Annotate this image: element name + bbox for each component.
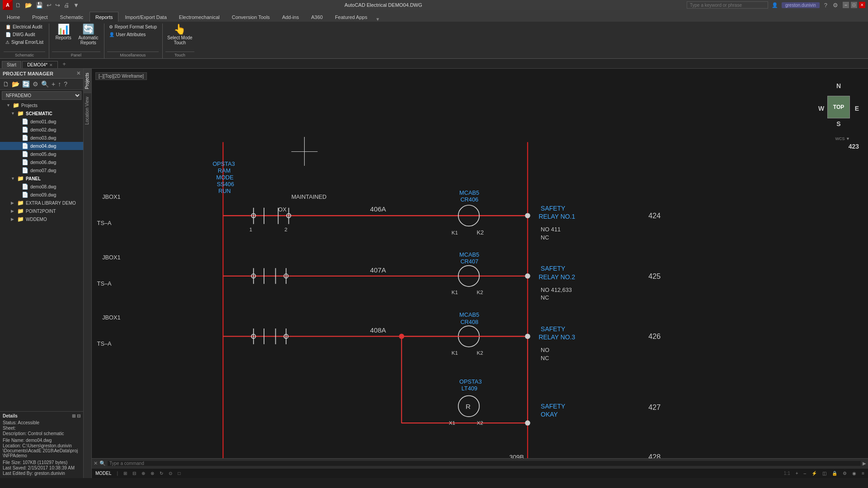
automatic-reports-button[interactable]: 🔄 AutomaticReports — [76, 23, 100, 46]
search-input[interactable] — [687, 1, 768, 9]
tree-schematic[interactable]: ▼ 📁 SCHEMATIC — [0, 109, 83, 117]
status-ui-lock[interactable]: 🔒 — [832, 471, 837, 476]
status-osnap[interactable]: ↻ — [160, 471, 163, 476]
help-icon[interactable]: ? — [823, 2, 828, 9]
tab-project[interactable]: Project — [26, 12, 53, 22]
reports-button[interactable]: 📊 Reports — [52, 23, 75, 41]
user-attributes-icon: 👤 — [109, 32, 114, 37]
tree-demo09[interactable]: 📄 demo09.dwg — [0, 191, 83, 199]
pm-close-icon[interactable]: ✕ — [76, 70, 80, 76]
pm-tool-properties[interactable]: ⚙ — [32, 80, 39, 88]
tab-start[interactable]: Start — [2, 61, 21, 68]
vtab-projects[interactable]: Projects — [84, 69, 91, 93]
status-polar[interactable]: ⊗ — [151, 471, 154, 476]
tab-a360[interactable]: A360 — [305, 12, 329, 22]
compass-east: E — [855, 105, 859, 112]
svg-text:X1: X1 — [449, 420, 455, 426]
tab-reports[interactable]: Reports — [90, 12, 119, 22]
svg-text:OPSTA3: OPSTA3 — [212, 160, 235, 167]
quick-access-undo[interactable]: ↩ — [46, 2, 52, 9]
status-zoom-in[interactable]: + — [796, 471, 798, 476]
svg-text:425: 425 — [648, 272, 660, 280]
user-attributes-button[interactable]: 👤 User Attributes — [107, 31, 159, 38]
tab-addins[interactable]: Add-ins — [276, 12, 305, 22]
status-grid-toggle[interactable]: ⊞ — [123, 471, 127, 476]
tree-demo03[interactable]: 📄 demo03.dwg — [0, 134, 83, 142]
svg-text:JBOX1: JBOX1 — [102, 254, 120, 261]
quick-access-redo[interactable]: ↪ — [54, 2, 61, 9]
cmd-search-icon[interactable]: 🔍 — [99, 460, 106, 466]
tab-featured[interactable]: Featured Apps — [329, 12, 373, 22]
tree-wddemo[interactable]: ▶ 📁 WDDEMO — [0, 215, 83, 223]
electrical-audit-button[interactable]: 📋 Electrical Audit — [4, 23, 45, 30]
status-props[interactable]: ≡ — [862, 471, 864, 476]
pm-tool-new[interactable]: 🗋 — [2, 80, 10, 88]
panel-group-items: 📊 Reports 🔄 AutomaticReports — [52, 23, 100, 51]
tree-demo02[interactable]: 📄 demo02.dwg — [0, 126, 83, 134]
status-hardware-accel[interactable]: ⚙ — [843, 471, 847, 476]
tree-demo07[interactable]: 📄 demo07.dwg — [0, 166, 83, 174]
vtab-location-view[interactable]: Location View — [84, 93, 91, 128]
tree-extra-library[interactable]: ▶ 📁 EXTRA LIBRARY DEMO — [0, 199, 83, 207]
ribbon-tabs: Home Project Schematic Reports Import/Ex… — [0, 10, 868, 22]
quick-access-print[interactable]: 🖨 — [63, 2, 71, 9]
quick-access-new[interactable]: 🗋 — [14, 2, 22, 9]
close-button[interactable]: ✕ — [859, 2, 865, 8]
details-controls[interactable]: ⊞ ⊟ — [72, 413, 80, 418]
nav-top-button[interactable]: TOP — [827, 96, 850, 118]
quick-access-save[interactable]: 💾 — [35, 2, 44, 9]
tab-electromechanical[interactable]: Electromechanical — [173, 12, 226, 22]
tree-demo08[interactable]: 📄 demo08.dwg — [0, 183, 83, 191]
status-ortho[interactable]: ⊕ — [142, 471, 145, 476]
status-isolate[interactable]: ◉ — [852, 471, 856, 476]
minimize-button[interactable]: – — [843, 2, 849, 8]
status-otrack[interactable]: ⊙ — [169, 471, 172, 476]
quick-access-extra[interactable]: ▼ — [72, 2, 80, 9]
dwg-audit-button[interactable]: 📄 DWG Audit — [4, 31, 45, 38]
tab-schematic[interactable]: Schematic — [54, 12, 89, 22]
pm-tool-open[interactable]: 📂 — [11, 80, 20, 88]
select-mode-touch-button[interactable]: 👆 Select ModeTouch — [165, 23, 194, 46]
new-tab-button[interactable]: + — [59, 60, 70, 68]
status-snap-toggle[interactable]: ⊟ — [132, 471, 136, 476]
status-bar: MODEL | ⊞ ⊟ ⊕ ⊗ ↻ ⊙ □ 1:1 + – ⚡ ◫ 🔒 ⚙ ◉ … — [92, 468, 868, 478]
settings-icon[interactable]: ⚙ — [832, 2, 839, 9]
status-annotations[interactable]: ⚡ — [811, 471, 817, 476]
svg-point-90 — [525, 273, 530, 279]
report-format-setup-button[interactable]: ⚙ Report Format Setup — [107, 23, 159, 30]
status-workspace[interactable]: ◫ — [822, 471, 826, 476]
svg-text:SAFETY: SAFETY — [541, 325, 565, 333]
pm-tool-refresh[interactable]: 🔄 — [21, 80, 31, 88]
status-zoom-out[interactable]: – — [804, 471, 807, 476]
tree-projects-label[interactable]: ▼ 📁 Projects — [0, 101, 83, 109]
maximize-button[interactable]: □ — [851, 2, 857, 8]
tree-panel[interactable]: ▼ 📁 PANEL — [0, 174, 83, 183]
tree-demo04[interactable]: 📄 demo04.dwg — [0, 142, 83, 150]
pm-tool-filter[interactable]: 🔍 — [40, 80, 50, 88]
tab-conversion[interactable]: Conversion Tools — [226, 12, 276, 22]
autocad-logo[interactable]: A — [3, 0, 13, 10]
close-tab-icon[interactable]: ✕ — [49, 63, 53, 67]
tab-home[interactable]: Home — [1, 12, 26, 22]
tree-demo05[interactable]: 📄 demo05.dwg — [0, 150, 83, 158]
tab-demo04[interactable]: DEMO04* ✕ — [22, 61, 58, 68]
quick-access-open[interactable]: 📂 — [24, 2, 33, 9]
misc-group-items: ⚙ Report Format Setup 👤 User Attributes — [107, 23, 159, 51]
tree-point2point[interactable]: ▶ 📁 POINT2POINT — [0, 207, 83, 215]
command-input[interactable] — [108, 461, 861, 466]
pm-tool-add-file[interactable]: + — [51, 80, 56, 88]
tree-demo01[interactable]: 📄 demo01.dwg — [0, 117, 83, 126]
wcs-label[interactable]: WCS ▼ — [835, 136, 850, 141]
tree-demo06[interactable]: 📄 demo06.dwg — [0, 158, 83, 166]
status-lineweight[interactable]: □ — [178, 471, 180, 476]
pm-tool-up[interactable]: ↑ — [57, 80, 62, 88]
status-model[interactable]: MODEL — [95, 471, 112, 476]
schematic-group-items: 📋 Electrical Audit 📄 DWG Audit ⚠ Signal … — [4, 23, 45, 51]
signal-error-button[interactable]: ⚠ Signal Error/List — [4, 39, 45, 46]
project-dropdown[interactable]: NFPADEMO — [2, 91, 81, 100]
ribbon-menu-icon[interactable]: ▼ — [375, 17, 380, 22]
user-badge[interactable]: greston.dunivin — [782, 2, 820, 8]
pm-tool-help[interactable]: ? — [63, 80, 68, 88]
cmd-close-icon[interactable]: ✕ — [94, 460, 98, 466]
tab-import-export[interactable]: Import/Export Data — [119, 12, 172, 22]
